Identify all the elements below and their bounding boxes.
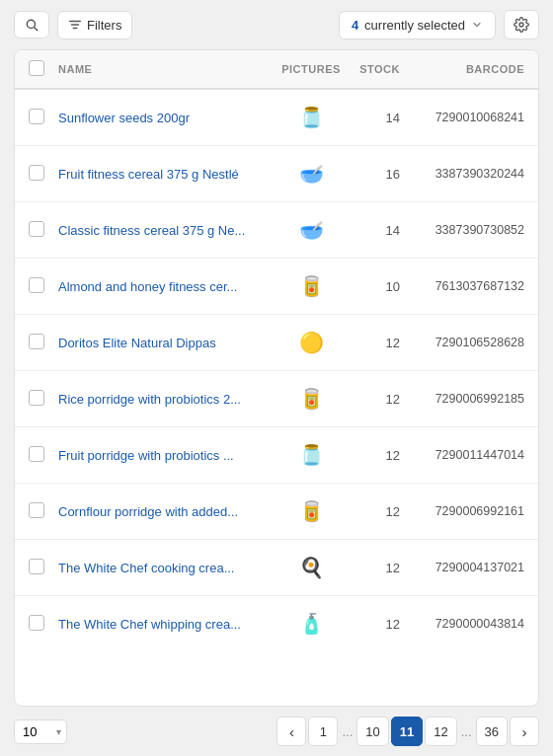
product-link[interactable]: The White Chef whipping crea...	[58, 617, 241, 632]
row-picture: 🥣	[272, 202, 351, 259]
selected-badge[interactable]: 4 currently selected	[339, 11, 496, 39]
row-stock: 12	[351, 540, 410, 596]
next-page-button[interactable]: ›	[510, 717, 539, 746]
ellipsis-right: ...	[459, 724, 474, 739]
row-checkbox[interactable]	[29, 390, 44, 406]
row-stock: 14	[351, 202, 410, 259]
product-link[interactable]: Doritos Elite Natural Dippas	[58, 336, 216, 350]
product-link[interactable]: Fruit porridge with probiotics ...	[58, 448, 234, 463]
row-checkbox-cell	[15, 146, 52, 202]
product-link[interactable]: Rice porridge with probiotics 2...	[58, 392, 241, 407]
row-name: The White Chef whipping crea...	[52, 596, 272, 652]
row-name: Sunflower seeds 200gr	[52, 89, 272, 146]
table-row: The White Chef cooking crea... 🍳 12 7290…	[15, 540, 538, 596]
settings-button[interactable]	[504, 10, 539, 39]
chevron-down-icon	[471, 19, 483, 31]
page-1-button[interactable]: 1	[308, 717, 338, 746]
per-page-wrapper: 10 25 50 100	[14, 719, 67, 744]
row-picture: 🍳	[272, 540, 351, 596]
row-checkbox[interactable]	[29, 502, 44, 518]
row-name: Cornflour porridge with added...	[52, 484, 272, 540]
row-barcode: 7290004137021	[410, 540, 538, 596]
page-nav: ‹ 1 ... 10 11 12 ... 36 ›	[276, 717, 539, 746]
row-stock: 10	[351, 259, 410, 315]
page-11-button[interactable]: 11	[391, 717, 423, 746]
table-row: Almond and honey fitness cer... 🥫 10 761…	[15, 259, 538, 315]
row-checkbox-cell	[15, 315, 52, 371]
table-row: Fruit porridge with probiotics ... 🫙 12 …	[15, 427, 538, 484]
product-image: 🫙	[297, 100, 325, 135]
row-barcode: 7290006992185	[410, 371, 538, 427]
row-checkbox[interactable]	[29, 165, 44, 181]
row-checkbox[interactable]	[29, 334, 44, 349]
row-barcode: 7613037687132	[410, 259, 538, 315]
product-link[interactable]: Classic fitness cereal 375 g Ne...	[58, 223, 245, 238]
product-link[interactable]: Cornflour porridge with added...	[58, 504, 238, 519]
header-name: NAME	[52, 50, 272, 89]
svg-point-5	[519, 23, 523, 27]
row-checkbox[interactable]	[29, 446, 44, 462]
toolbar: Filters 4 currently selected	[0, 0, 553, 49]
header-pictures: PICTURES	[272, 50, 351, 89]
table-body: Sunflower seeds 200gr 🫙 14 7290010068241…	[15, 89, 538, 651]
row-checkbox[interactable]	[29, 277, 44, 293]
product-image: 🟡	[297, 325, 325, 360]
row-stock: 14	[351, 89, 410, 146]
page-12-button[interactable]: 12	[425, 717, 456, 746]
search-button[interactable]	[14, 11, 49, 38]
row-picture: 🫙	[272, 89, 351, 146]
product-link[interactable]: Fruit fitness cereal 375 g Nestlé	[58, 167, 239, 182]
row-picture: 🥫	[272, 259, 351, 315]
table-row: Cornflour porridge with added... 🥫 12 72…	[15, 484, 538, 540]
row-checkbox[interactable]	[29, 615, 44, 631]
table-row: Classic fitness cereal 375 g Ne... 🥣 14 …	[15, 202, 538, 259]
selected-label: currently selected	[364, 18, 465, 33]
product-image: 🧴	[297, 606, 325, 642]
table-header: NAME PICTURES STOCK BARCODE	[15, 50, 538, 89]
selected-count: 4	[352, 18, 358, 33]
row-stock: 12	[351, 371, 410, 427]
row-checkbox[interactable]	[29, 559, 44, 574]
select-all-checkbox[interactable]	[29, 60, 44, 76]
row-stock: 12	[351, 484, 410, 540]
row-picture: 🥫	[272, 371, 351, 427]
page-36-button[interactable]: 36	[476, 717, 508, 746]
row-checkbox-cell	[15, 540, 52, 596]
svg-point-0	[27, 20, 35, 28]
row-picture: 🥣	[272, 146, 351, 202]
row-barcode: 3387390320244	[410, 146, 538, 202]
row-name: Fruit porridge with probiotics ...	[52, 427, 272, 484]
table-row: Fruit fitness cereal 375 g Nestlé 🥣 16 3…	[15, 146, 538, 202]
ellipsis-left: ...	[340, 724, 355, 739]
toolbar-right: 4 currently selected	[339, 10, 539, 39]
product-image: 🍳	[297, 550, 325, 585]
row-name: The White Chef cooking crea...	[52, 540, 272, 596]
row-barcode: 7290011447014	[410, 427, 538, 484]
row-name: Classic fitness cereal 375 g Ne...	[52, 202, 272, 259]
table-row: The White Chef whipping crea... 🧴 12 729…	[15, 596, 538, 652]
row-stock: 12	[351, 596, 410, 652]
product-link[interactable]: Sunflower seeds 200gr	[58, 111, 190, 125]
row-barcode: 7290106528628	[410, 315, 538, 371]
per-page-select[interactable]: 10 25 50 100	[14, 719, 67, 744]
row-barcode: 7290010068241	[410, 89, 538, 146]
row-checkbox[interactable]	[29, 109, 44, 124]
row-barcode: 7290006992161	[410, 484, 538, 540]
row-barcode: 7290000043814	[410, 596, 538, 652]
product-image: 🥣	[297, 156, 325, 191]
search-icon	[25, 18, 39, 32]
row-checkbox[interactable]	[29, 221, 44, 237]
row-barcode: 3387390730852	[410, 202, 538, 259]
product-image: 🥫	[297, 493, 325, 529]
page-10-button[interactable]: 10	[356, 717, 388, 746]
header-stock: STOCK	[351, 50, 410, 89]
row-checkbox-cell	[15, 596, 52, 652]
row-name: Doritos Elite Natural Dippas	[52, 315, 272, 371]
product-link[interactable]: The White Chef cooking crea...	[58, 561, 234, 575]
prev-page-button[interactable]: ‹	[276, 717, 306, 746]
row-name: Fruit fitness cereal 375 g Nestlé	[52, 146, 272, 202]
product-link[interactable]: Almond and honey fitness cer...	[58, 279, 237, 294]
product-image: 🫙	[297, 437, 325, 473]
filters-button[interactable]: Filters	[57, 11, 132, 39]
row-stock: 16	[351, 146, 410, 202]
